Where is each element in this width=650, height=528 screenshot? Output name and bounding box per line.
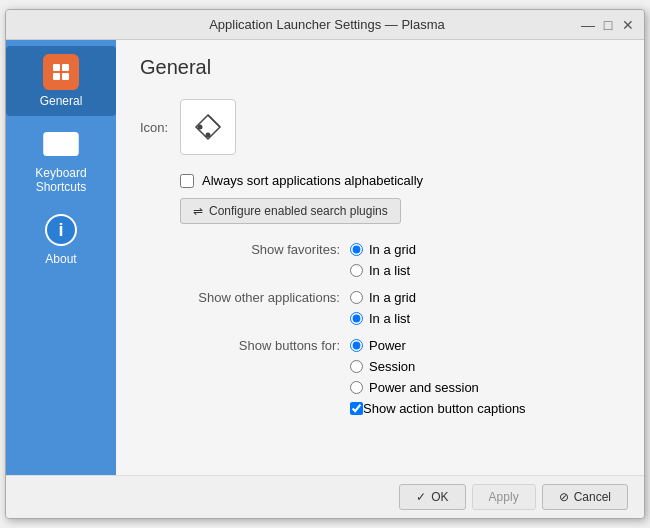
- configure-btn-row: ⇌ Configure enabled search plugins: [180, 198, 620, 224]
- show-buttons-section: Show buttons for: Power Session: [140, 338, 620, 416]
- svg-rect-8: [67, 136, 72, 139]
- icon-label: Icon:: [140, 120, 168, 135]
- sidebar-item-keyboard-shortcuts[interactable]: Keyboard Shortcuts: [6, 118, 116, 202]
- svg-rect-2: [53, 73, 60, 80]
- buttons-session-label: Session: [369, 359, 415, 374]
- other-list-radio[interactable]: [350, 312, 363, 325]
- maximize-button[interactable]: □: [600, 17, 616, 33]
- sidebar-keyboard-label: Keyboard Shortcuts: [10, 166, 112, 194]
- sidebar-general-label: General: [40, 94, 83, 108]
- show-action-captions-row: Show action button captions: [140, 401, 620, 416]
- favorites-list-radio[interactable]: [350, 264, 363, 277]
- buttons-session-option[interactable]: Session: [350, 359, 415, 374]
- svg-line-17: [208, 115, 220, 127]
- show-buttons-session-row: Session: [140, 359, 620, 374]
- sidebar-item-about[interactable]: i About: [6, 204, 116, 274]
- svg-rect-6: [53, 136, 58, 139]
- svg-rect-5: [47, 136, 52, 139]
- show-action-captions-option[interactable]: Show action button captions: [350, 401, 526, 416]
- icon-section: Icon:: [140, 99, 620, 155]
- always-sort-row: Always sort applications alphabetically: [180, 173, 620, 188]
- window-controls: — □ ✕: [580, 17, 636, 33]
- show-buttons-powersession-row: Power and session: [140, 380, 620, 395]
- other-list-label: In a list: [369, 311, 410, 326]
- buttons-powersession-label: Power and session: [369, 380, 479, 395]
- window-body: General: [6, 40, 644, 475]
- svg-rect-11: [60, 141, 65, 144]
- favorites-grid-radio[interactable]: [350, 243, 363, 256]
- favorites-list-label: In a list: [369, 263, 410, 278]
- buttons-session-radio[interactable]: [350, 360, 363, 373]
- apply-label: Apply: [489, 490, 519, 504]
- buttons-power-label: Power: [369, 338, 406, 353]
- other-grid-radio[interactable]: [350, 291, 363, 304]
- other-grid-option[interactable]: In a grid: [350, 290, 416, 305]
- cancel-icon: ⊘: [559, 490, 569, 504]
- sidebar-item-general[interactable]: General: [6, 46, 116, 116]
- configure-btn-label: Configure enabled search plugins: [209, 204, 388, 218]
- favorites-grid-option[interactable]: In a grid: [350, 242, 416, 257]
- close-button[interactable]: ✕: [620, 17, 636, 33]
- svg-rect-9: [47, 141, 52, 144]
- svg-rect-13: [50, 146, 69, 149]
- other-grid-label: In a grid: [369, 290, 416, 305]
- ok-icon: ✓: [416, 490, 426, 504]
- always-sort-label[interactable]: Always sort applications alphabetically: [202, 173, 423, 188]
- titlebar: Application Launcher Settings — Plasma —…: [6, 10, 644, 40]
- show-buttons-power-row: Show buttons for: Power: [140, 338, 620, 353]
- show-favorites-row: Show favorites: In a grid: [140, 242, 620, 257]
- configure-icon: ⇌: [193, 204, 203, 218]
- buttons-power-option[interactable]: Power: [350, 338, 406, 353]
- show-action-captions-label: Show action button captions: [363, 401, 526, 416]
- buttons-powersession-option[interactable]: Power and session: [350, 380, 479, 395]
- other-list-option[interactable]: In a list: [350, 311, 410, 326]
- favorites-list-option[interactable]: In a list: [350, 263, 410, 278]
- svg-rect-0: [53, 64, 60, 71]
- show-favorites-label: Show favorites:: [140, 242, 340, 257]
- show-favorites-section: Show favorites: In a grid In a list: [140, 242, 620, 278]
- show-buttons-label: Show buttons for:: [140, 338, 340, 353]
- configure-search-plugins-button[interactable]: ⇌ Configure enabled search plugins: [180, 198, 401, 224]
- always-sort-checkbox[interactable]: [180, 174, 194, 188]
- about-icon: i: [43, 212, 79, 248]
- svg-rect-3: [62, 73, 69, 80]
- show-other-label: Show other applications:: [140, 290, 340, 305]
- show-other-list-row: In a list: [140, 311, 620, 326]
- svg-rect-1: [62, 64, 69, 71]
- show-other-section: Show other applications: In a grid In a …: [140, 290, 620, 326]
- buttons-powersession-radio[interactable]: [350, 381, 363, 394]
- show-other-grid-row: Show other applications: In a grid: [140, 290, 620, 305]
- page-title: General: [140, 56, 620, 79]
- svg-rect-7: [60, 136, 65, 139]
- apply-button[interactable]: Apply: [472, 484, 536, 510]
- general-icon: [43, 54, 79, 90]
- favorites-list-row: In a list: [140, 263, 620, 278]
- ok-button[interactable]: ✓ OK: [399, 484, 465, 510]
- icon-preview-button[interactable]: [180, 99, 236, 155]
- buttons-power-radio[interactable]: [350, 339, 363, 352]
- footer-buttons: ✓ OK Apply ⊘ Cancel: [6, 475, 644, 518]
- main-content: General Icon: Always sort applications a…: [116, 40, 644, 475]
- sidebar-about-label: About: [45, 252, 76, 266]
- svg-rect-12: [67, 141, 72, 144]
- ok-label: OK: [431, 490, 448, 504]
- window-title: Application Launcher Settings — Plasma: [74, 17, 580, 32]
- cancel-button[interactable]: ⊘ Cancel: [542, 484, 628, 510]
- svg-rect-10: [53, 141, 58, 144]
- minimize-button[interactable]: —: [580, 17, 596, 33]
- cancel-label: Cancel: [574, 490, 611, 504]
- keyboard-icon: [43, 126, 79, 162]
- sidebar: General: [6, 40, 116, 475]
- show-action-captions-checkbox[interactable]: [350, 402, 363, 415]
- application-window: Application Launcher Settings — Plasma —…: [5, 9, 645, 519]
- favorites-grid-label: In a grid: [369, 242, 416, 257]
